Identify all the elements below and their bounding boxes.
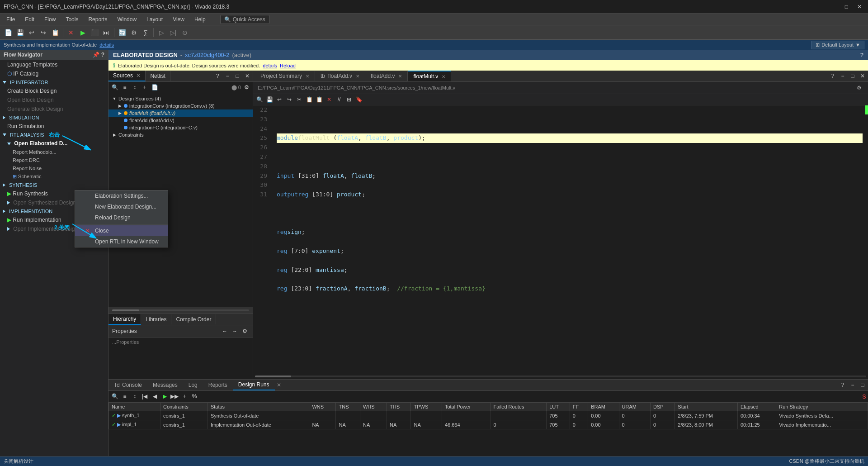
subtab-libraries[interactable]: Libraries [141, 314, 171, 324]
sources-info-button[interactable]: 📄 [150, 83, 159, 92]
subtab-compile-order[interactable]: Compile Order [171, 314, 216, 324]
nav-item-generate-block-design[interactable]: Generate Block Design [0, 105, 108, 114]
th-dsp[interactable]: DSP [650, 403, 675, 411]
dr-sort-button[interactable]: ↕ [130, 392, 139, 401]
ctx-open-rtl-new-window[interactable]: Open RTL in New Window [75, 236, 168, 247]
sources-sort-button[interactable]: ↕ [130, 83, 139, 92]
sources-search-button[interactable]: 🔍 [110, 83, 119, 92]
th-tpws[interactable]: TPWS [411, 403, 442, 411]
bottom-minimize-icon[interactable]: − [848, 380, 857, 390]
dr-add-button[interactable]: + [180, 392, 189, 401]
tab-messages[interactable]: Messages [147, 380, 183, 390]
tab-floatAdd[interactable]: floatAdd.v ✕ [365, 71, 408, 81]
editor-comment-button[interactable]: // [335, 95, 344, 104]
dr-run-button[interactable]: ▶ [160, 392, 169, 401]
dr-prev-button[interactable]: ◀ [150, 392, 159, 401]
menu-layout[interactable]: Layout [142, 15, 167, 24]
code-content[interactable]: module floatMult (floatA, floatB, produc… [271, 105, 868, 373]
nav-item-report-methodology[interactable]: Report Methodolo... [0, 148, 108, 156]
th-run-strategy[interactable]: Run Strategy [776, 403, 868, 411]
nav-item-language-templates[interactable]: Language Templates [0, 60, 108, 69]
nav-pin-icon[interactable]: 📌 [93, 52, 99, 58]
compile-button[interactable]: ▷ [156, 27, 167, 38]
menu-tools[interactable]: Tools [61, 15, 83, 24]
nav-simulation-header[interactable]: SIMULATION [0, 114, 108, 122]
editor-question-icon[interactable]: ? [828, 71, 837, 81]
tab-project-summary[interactable]: Project Summary ✕ [255, 71, 315, 81]
ctx-elaboration-settings[interactable]: Elaboration Settings... [75, 190, 168, 201]
step-button[interactable]: ⏭ [101, 27, 112, 38]
subtab-hierarchy[interactable]: Hierarchy [108, 314, 141, 325]
sources-scroll[interactable] [108, 307, 253, 314]
bottom-question-icon[interactable]: ? [838, 380, 847, 390]
maximize-button[interactable]: □ [842, 3, 851, 11]
nav-rtl-analysis-header[interactable]: RTL ANALYSIS [0, 131, 108, 139]
info-details-link[interactable]: details [263, 63, 277, 68]
editor-scrollbar[interactable] [865, 105, 868, 373]
th-tns[interactable]: TNS [336, 403, 360, 411]
tree-integrationConv[interactable]: ▶ integrationConv (integrationConv.v) (8… [108, 102, 253, 109]
nav-synthesis-header[interactable]: SYNTHESIS [0, 181, 108, 189]
tab-floatMult-close[interactable]: ✕ [442, 74, 445, 79]
menu-view[interactable]: View [168, 15, 189, 24]
tree-floatMult[interactable]: ▶ floatMult (floatMult.v) [108, 109, 253, 117]
quick-access-bar[interactable]: 🔍 Quick Access [220, 15, 269, 24]
sources-minimize-icon[interactable]: − [223, 71, 232, 81]
nav-item-open-elaborated[interactable]: Open Elaborated D... [0, 139, 108, 148]
sigma-button[interactable]: ∑ [140, 27, 151, 38]
dr-next-button[interactable]: ▶▶ [170, 392, 179, 401]
editor-paste-button[interactable]: 📋 [315, 95, 324, 104]
nav-item-report-drc[interactable]: Report DRC [0, 156, 108, 164]
settings-button[interactable]: ⚙ [128, 27, 139, 38]
editor-delete-button[interactable]: ✕ [325, 95, 334, 104]
nav-item-report-noise[interactable]: Report Noise [0, 164, 108, 172]
editor-undo-button[interactable]: ↩ [275, 95, 284, 104]
th-start[interactable]: Start [675, 403, 738, 411]
editor-hscroll[interactable] [253, 373, 868, 379]
nav-ip-integrator-header[interactable]: IP INTEGRATOR [0, 78, 108, 86]
close-button[interactable]: ✕ [854, 3, 864, 11]
editor-search-button[interactable]: 🔍 [255, 95, 264, 104]
sources-add-button[interactable]: + [140, 83, 149, 92]
menu-file[interactable]: File [2, 15, 19, 24]
tab-tb-floatAdd-close[interactable]: ✕ [356, 74, 359, 79]
dr-search-button[interactable]: 🔍 [110, 392, 119, 401]
prop-back-button[interactable]: ← [220, 327, 229, 336]
th-wns[interactable]: WNS [309, 403, 336, 411]
sources-filter-button[interactable]: ≡ [120, 83, 129, 92]
nav-help-icon[interactable]: ? [101, 52, 104, 58]
editor-close-icon[interactable]: ✕ [858, 71, 867, 81]
editor-save-button[interactable]: 💾 [265, 95, 274, 104]
delete-button[interactable]: ✕ [66, 27, 76, 38]
th-bram[interactable]: BRAM [588, 403, 619, 411]
th-ff[interactable]: FF [570, 403, 588, 411]
redo-button[interactable]: ↪ [38, 27, 49, 38]
editor-path-settings[interactable]: ⚙ [854, 83, 863, 92]
tab-floatAdd-close[interactable]: ✕ [398, 74, 402, 79]
tab-design-runs[interactable]: Design Runs [233, 380, 275, 390]
compile3-button[interactable]: ⊙ [179, 27, 190, 38]
tab-netlist[interactable]: Netlist [146, 71, 170, 81]
elab-help-icon[interactable]: ? [860, 52, 863, 58]
layout-dropdown[interactable]: ⊞ Default Layout ▼ [811, 41, 864, 49]
tab-tcl-console[interactable]: Tcl Console [108, 380, 147, 390]
editor-minimize-icon[interactable]: − [838, 71, 847, 81]
stop-button[interactable]: ⬛ [89, 27, 100, 38]
th-constraints[interactable]: Constraints [160, 403, 208, 411]
tree-integrationFC[interactable]: integrationFC (integrationFC.v) [108, 124, 253, 131]
dr-first-button[interactable]: |◀ [140, 392, 149, 401]
tab-sources-close-icon[interactable]: ✕ [136, 72, 141, 79]
ctx-reload-design[interactable]: Reload Design [75, 212, 168, 223]
nav-item-schematic[interactable]: ⊞ Schematic [0, 172, 108, 181]
menu-reports[interactable]: Reports [84, 15, 112, 24]
tree-floatAdd[interactable]: floatAdd (floatAdd.v) [108, 117, 253, 124]
editor-cut-button[interactable]: ✂ [295, 95, 304, 104]
th-status[interactable]: Status [208, 403, 309, 411]
th-elapsed[interactable]: Elapsed [737, 403, 776, 411]
prop-forward-button[interactable]: → [230, 327, 239, 336]
th-total-power[interactable]: Total Power [442, 403, 491, 411]
menu-help[interactable]: Help [190, 15, 210, 24]
editor-maximize-icon[interactable]: □ [848, 71, 857, 81]
info-reload-link[interactable]: Reload [280, 63, 296, 68]
table-row[interactable]: ✓ ▶ synth_1 constrs_1 Synthesis Out-of-d… [109, 411, 868, 420]
